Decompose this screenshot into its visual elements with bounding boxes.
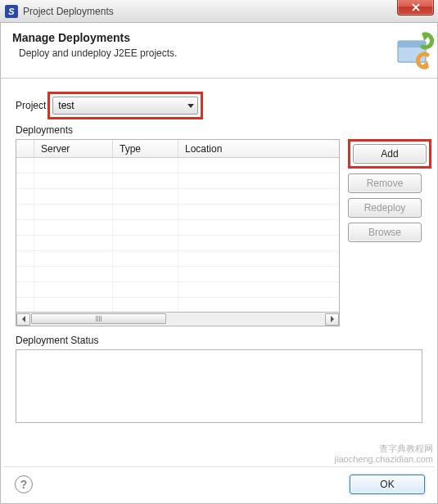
help-button[interactable]: ?	[15, 475, 33, 493]
button-column: Add Remove Redeploy Browse	[348, 139, 431, 326]
project-highlight: test	[47, 92, 203, 119]
table-row[interactable]	[16, 220, 339, 236]
remove-button[interactable]: Remove	[348, 173, 422, 193]
arrow-right-icon	[330, 316, 335, 322]
help-icon: ?	[20, 478, 28, 491]
col-location[interactable]: Location	[178, 140, 339, 157]
deploy-icon	[393, 29, 436, 72]
scroll-thumb[interactable]	[31, 313, 166, 324]
dialog-content: Manage Deployments Deploy and undeploy J…	[0, 23, 438, 504]
window-title: Project Deployments	[23, 6, 114, 17]
deployments-area: Server Type Location	[16, 139, 426, 326]
browse-button[interactable]: Browse	[348, 223, 422, 242]
project-row: Project test	[16, 92, 426, 119]
table-row[interactable]	[16, 158, 339, 173]
deployments-table[interactable]: Server Type Location	[16, 139, 340, 313]
watermark: 查字典教程网 jiaocheng.chazidian.com	[335, 443, 433, 465]
table-wrap: Server Type Location	[16, 139, 340, 326]
col-server[interactable]: Server	[34, 140, 113, 157]
table-row[interactable]	[16, 189, 339, 205]
project-combobox[interactable]: test	[52, 97, 198, 115]
project-label: Project	[16, 100, 46, 111]
table-row[interactable]	[16, 173, 339, 189]
horizontal-scrollbar[interactable]	[16, 313, 340, 326]
chevron-down-icon	[187, 104, 194, 108]
deployments-label: Deployments	[16, 124, 426, 136]
table-row[interactable]	[16, 236, 339, 251]
grip-icon	[96, 316, 102, 322]
table-header: Server Type Location	[16, 140, 339, 158]
scroll-left-button[interactable]	[16, 313, 30, 326]
form-area: Project test Deployments Server Type Loc…	[1, 79, 437, 431]
status-label: Deployment Status	[16, 335, 426, 346]
add-button[interactable]: Add	[353, 144, 427, 164]
scroll-track[interactable]	[30, 313, 325, 326]
table-row[interactable]	[16, 267, 339, 282]
col-icon[interactable]	[16, 140, 34, 157]
add-highlight: Add	[348, 139, 431, 169]
table-row[interactable]	[16, 282, 339, 298]
dialog-header: Manage Deployments Deploy and undeploy J…	[1, 23, 437, 79]
ok-button[interactable]: OK	[350, 475, 425, 494]
close-button[interactable]	[397, 0, 434, 16]
redeploy-button[interactable]: Redeploy	[348, 198, 422, 218]
scroll-right-button[interactable]	[325, 313, 339, 326]
header-subtitle: Deploy and undeploy J2EE projects.	[12, 47, 427, 59]
header-title: Manage Deployments	[12, 31, 427, 44]
arrow-left-icon	[21, 316, 26, 322]
dialog-footer: ? OK	[3, 466, 435, 501]
col-type[interactable]: Type	[113, 140, 178, 157]
status-textarea[interactable]	[16, 349, 422, 423]
close-icon	[412, 3, 420, 11]
project-selected-value: test	[58, 100, 74, 111]
table-row[interactable]	[16, 251, 339, 267]
table-row[interactable]	[16, 205, 339, 220]
table-row[interactable]	[16, 298, 339, 313]
table-body	[16, 158, 339, 313]
titlebar: S Project Deployments	[0, 0, 438, 23]
app-icon: S	[5, 5, 18, 18]
